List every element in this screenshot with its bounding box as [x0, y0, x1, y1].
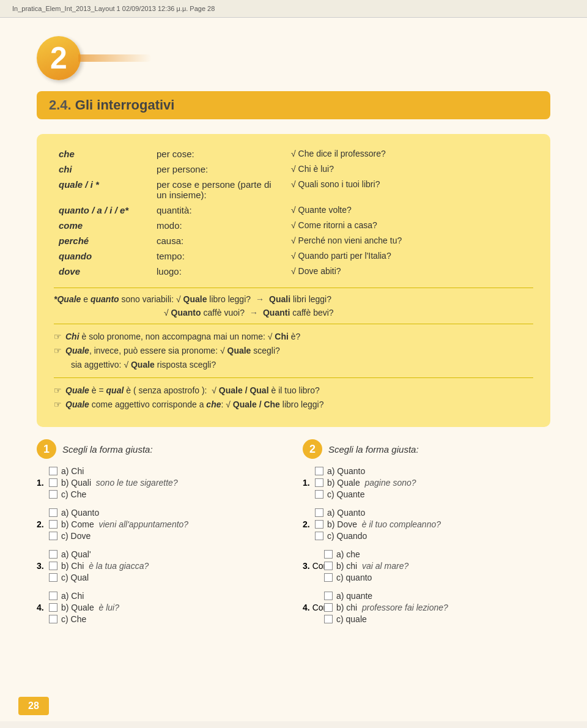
choice-label: b) Dove: [327, 519, 357, 529]
checkbox[interactable]: [49, 520, 57, 529]
checkbox[interactable]: [49, 467, 57, 475]
choice-row: c) Qual: [37, 573, 284, 582]
choice-row: a) Quanto: [37, 508, 284, 518]
section-title: 2.4. Gli interrogativi: [49, 97, 174, 113]
grammar-usage: modo:: [152, 218, 286, 233]
grammar-example: √ Quando parti per l'Italia?: [286, 248, 533, 264]
choice-label: b) Quale: [327, 478, 360, 488]
choice-row: 1. b) Quali sono le tue sigarette?: [37, 478, 284, 488]
question-text: è il tuo compleanno?: [362, 519, 441, 529]
choice-label: c) quale: [336, 614, 367, 624]
choice-label: c) Dove: [61, 531, 90, 541]
grammar-word: perché: [54, 233, 152, 248]
checkbox[interactable]: [49, 592, 57, 600]
page-header: In_pratica_Elem_Int_2013_Layout 1 02/09/…: [0, 0, 587, 18]
choice-row: a) che: [303, 549, 550, 559]
grammar-row: che per cose: √ Che dice il professore?: [54, 146, 533, 162]
exercise-2-questions: a) Quanto 1. b) Quale pagine sono? c) Qu…: [303, 466, 550, 624]
question-text: professore fai lezione?: [362, 603, 448, 612]
choice-row: 2. b) Come vieni all'appuntamento?: [37, 519, 284, 529]
grammar-example: √ Chi è lui?: [286, 162, 533, 177]
chapter-circle: 2: [37, 36, 81, 80]
grammar-row: come modo: √ Come ritorni a casa?: [54, 218, 533, 233]
grammar-word: quanto / a / i / e*: [54, 202, 152, 218]
checkbox[interactable]: [324, 562, 333, 570]
checkbox[interactable]: [324, 603, 333, 612]
choice-row: a) Qual': [37, 549, 284, 559]
choice-row: c) Quante: [303, 489, 550, 499]
checkbox[interactable]: [324, 615, 333, 623]
choice-label: b) Come: [61, 519, 94, 529]
grammar-usage: quantità:: [152, 202, 286, 218]
question-text: vieni all'appuntamento?: [98, 519, 188, 529]
choice-row: a) quante: [303, 591, 550, 601]
question-group: a) Chi 4. b) Quale è lui? c) Che: [37, 591, 284, 624]
checkbox[interactable]: [49, 490, 57, 499]
question-number: 2.: [37, 519, 44, 529]
choice-label: a) Chi: [61, 466, 84, 476]
choice-row: 2. b) Dove è il tuo compleanno?: [303, 519, 550, 529]
grammar-usage: luogo:: [152, 264, 286, 279]
question-number: 3.: [37, 561, 44, 571]
choice-label: c) Che: [61, 614, 86, 624]
checkbox[interactable]: [315, 490, 323, 499]
grammar-word: che: [54, 146, 152, 162]
question-number: 4.: [37, 603, 44, 612]
grammar-table: che per cose: √ Che dice il professore? …: [54, 146, 533, 279]
choice-row: a) Quanto: [303, 508, 550, 518]
choice-row: a) Quanto: [303, 466, 550, 476]
checkbox[interactable]: [324, 592, 333, 600]
exercise-1-col: 1 Scegli la forma giusta: a) Chi 1. b) Q…: [37, 439, 284, 633]
checkbox[interactable]: [49, 532, 57, 540]
choice-label: a) che: [336, 549, 360, 559]
question-group: a) Quanto 2. b) Come vieni all'appuntame…: [37, 508, 284, 541]
checkbox[interactable]: [49, 573, 57, 582]
quanto-note: √ Quanto caffè vuoi? → Quanti caffè bevi…: [54, 308, 533, 318]
grammar-row: dove luogo: √ Dove abiti?: [54, 264, 533, 279]
checkbox[interactable]: [324, 550, 333, 559]
choice-row: c) Che: [37, 489, 284, 499]
checkbox[interactable]: [49, 508, 57, 517]
checkbox[interactable]: [49, 615, 57, 623]
grammar-word: dove: [54, 264, 152, 279]
choice-row: c) quale: [303, 614, 550, 624]
arrow-icon2: →: [249, 308, 258, 318]
arrow-icon: →: [256, 294, 264, 304]
checkbox[interactable]: [315, 520, 323, 529]
choice-label: c) quanto: [336, 573, 372, 582]
choice-label: b) Quali: [61, 478, 91, 488]
grammar-example: √ Quante volte?: [286, 202, 533, 218]
grammar-usage: per persone:: [152, 162, 286, 177]
choice-label: a) Chi: [61, 591, 84, 601]
choice-row: 1. b) Quale pagine sono?: [303, 478, 550, 488]
checkbox[interactable]: [315, 478, 323, 487]
checkbox[interactable]: [315, 508, 323, 517]
choice-label: c) Quando: [327, 531, 367, 541]
question-text: è lui?: [98, 603, 119, 612]
question-group: a) che 3.Con b) chi vai al mare? c) quan…: [303, 549, 550, 582]
checkbox[interactable]: [49, 550, 57, 559]
grammar-row: quando tempo: √ Quando parti per l'Itali…: [54, 248, 533, 264]
checkbox[interactable]: [49, 562, 57, 570]
checkbox[interactable]: [315, 467, 323, 475]
grammar-word: chi: [54, 162, 152, 177]
grammar-word: quale / i *: [54, 177, 152, 202]
divider: [54, 288, 533, 288]
divider2: [54, 324, 533, 324]
checkbox[interactable]: [49, 603, 57, 612]
exercise-1-badge: 1: [37, 439, 56, 459]
exercise-1-instruction: Scegli la forma giusta:: [62, 444, 153, 455]
grammar-example: √ Come ritorni a casa?: [286, 218, 533, 233]
info-box: che per cose: √ Che dice il professore? …: [37, 134, 550, 427]
grammar-row: chi per persone: √ Chi è lui?: [54, 162, 533, 177]
question-group: a) Quanto 1. b) Quale pagine sono? c) Qu…: [303, 466, 550, 499]
choice-row: c) Quando: [303, 531, 550, 541]
grammar-usage: causa:: [152, 233, 286, 248]
section-header: 2.4. Gli interrogativi: [37, 91, 550, 119]
checkbox[interactable]: [49, 478, 57, 487]
checkbox[interactable]: [324, 573, 333, 582]
choice-row: 3. b) Chi è la tua giacca?: [37, 561, 284, 571]
grammar-usage: per cose e persone (parte di un insieme)…: [152, 177, 286, 202]
question-group: a) Chi 1. b) Quali sono le tue sigarette…: [37, 466, 284, 499]
checkbox[interactable]: [315, 532, 323, 540]
